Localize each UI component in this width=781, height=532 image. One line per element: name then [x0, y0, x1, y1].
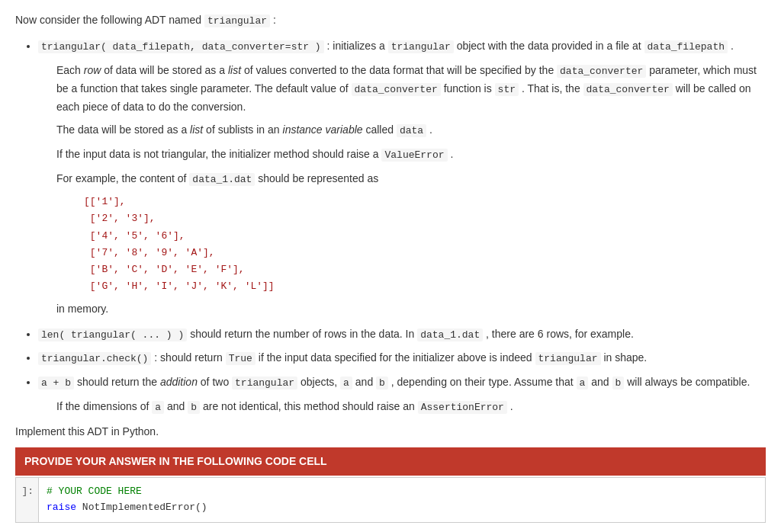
add-text2: objects, — [301, 376, 340, 388]
em-list-2: list — [190, 123, 203, 136]
not-implemented-error: NotImplementedError() — [82, 502, 207, 513]
code-data-1-dat: data_1.dat — [189, 173, 255, 186]
check-signature: triangular.check() — [38, 352, 151, 365]
raise-keyword: raise — [47, 502, 76, 513]
secondary-bullet-list: len( triangular( ... ) ) should return t… — [38, 326, 766, 391]
code-data-converter-1: data_converter — [557, 65, 646, 78]
in-memory-text: in memory. — [56, 301, 766, 317]
cell-number-text: ]: — [21, 484, 34, 499]
code-value-error: ValueError — [381, 149, 447, 162]
answer-banner: PROVIDE YOUR ANSWER IN THE FOLLOWING COD… — [15, 447, 766, 476]
init-signature: triangular( data_filepath, data_converte… — [38, 40, 327, 52]
code-cell[interactable]: ]: # YOUR CODE HERE raise NotImplemented… — [15, 477, 766, 523]
cell-code-line: raise NotImplementedError() — [47, 500, 757, 516]
len-text: should return the number of rows in the … — [190, 328, 417, 340]
para-a: a — [152, 401, 164, 414]
add-text3: and — [355, 376, 376, 388]
code-data-converter-3: data_converter — [583, 83, 673, 96]
add-mono2: a — [340, 377, 352, 389]
implement-paragraph: Implement this ADT in Python. — [15, 424, 766, 440]
add-mono5: b — [612, 377, 625, 389]
code-str: str — [495, 83, 519, 96]
intro-paragraph: Now consider the following ADT named tri… — [15, 12, 766, 29]
em-instance-var: instance variable — [283, 123, 363, 136]
add-sig-a: a + b — [38, 377, 74, 389]
check-text: : should return — [154, 351, 225, 364]
implement-text: Implement this ADT in Python. — [15, 425, 159, 437]
init-text-middle: object with the data provided in a file … — [457, 40, 644, 52]
cell-comment-text: # YOUR CODE HERE — [47, 486, 142, 497]
adt-name-inline: triangular — [204, 14, 270, 27]
check-adt-ref: triangular — [535, 352, 601, 365]
intro-text: Now consider the following ADT named — [15, 14, 204, 26]
em-addition: addition — [160, 376, 198, 388]
banner-label: PROVIDE YOUR ANSWER IN THE FOLLOWING COD… — [24, 455, 327, 467]
em-list-1: list — [228, 64, 241, 76]
add-mono1: triangular — [232, 377, 297, 389]
add-text: should return the addition of two — [77, 376, 232, 388]
code-line-6: ['G', 'H', 'I', 'J', 'K', 'L']] — [84, 278, 766, 295]
len-text2: , there are 6 rows, for example. — [486, 328, 634, 340]
para-b: b — [188, 401, 200, 414]
bullet-add: a + b should return the addition of two … — [38, 374, 766, 391]
check-text3: in shape. — [603, 351, 647, 364]
init-period: . — [731, 40, 734, 52]
para-example-intro: For example, the content of data_1.dat s… — [56, 170, 766, 188]
add-mono3: b — [376, 377, 388, 389]
para-assertion-error: AssertionError — [418, 401, 507, 414]
code-line-5: ['B', 'C', 'D', 'E', 'F'], — [84, 261, 766, 278]
cell-comment-line: # YOUR CODE HERE — [47, 484, 757, 500]
code-line-3: ['4', '5', '6'], — [84, 228, 766, 245]
para-assertion-error: If the dimensions of a and b are not ide… — [56, 398, 766, 416]
bullet-check: triangular.check() : should return True … — [38, 350, 766, 367]
init-text-before: : initializes a — [327, 40, 388, 52]
bullet-len: len( triangular( ... ) ) should return t… — [38, 326, 766, 343]
code-example-block: [['1'], ['2', '3'], ['4', '5', '6'], ['7… — [84, 194, 766, 295]
bullet-init: triangular( data_filepath, data_converte… — [38, 38, 766, 55]
init-adt-ref: triangular — [388, 40, 454, 53]
add-mono4: a — [577, 377, 589, 389]
main-bullet-list: triangular( data_filepath, data_converte… — [38, 38, 766, 55]
len-file-ref: data_1.dat — [417, 328, 483, 341]
add-text6: will always be compatible. — [627, 376, 750, 388]
intro-colon: : — [273, 14, 276, 26]
check-true: True — [226, 352, 256, 365]
init-sig-code: triangular( data_filepath, data_converte… — [38, 40, 324, 53]
para-list-sublists: The data will be stored as a list of sub… — [56, 121, 766, 139]
code-line-1: [['1'], — [84, 194, 766, 210]
code-line-4: ['7', '8', '9', 'A'], — [84, 245, 766, 261]
check-text2: if the input data specified for the init… — [259, 351, 535, 364]
cell-code-content[interactable]: # YOUR CODE HERE raise NotImplementedErr… — [39, 478, 765, 522]
para-value-error: If the input data is not triangular, the… — [56, 146, 766, 164]
code-line-2: ['2', '3'], — [84, 210, 766, 227]
em-row: row — [84, 64, 101, 76]
code-data-var: data — [397, 124, 426, 137]
len-signature: len( triangular( ... ) ) — [38, 328, 187, 341]
add-text5: and — [591, 376, 612, 388]
cell-number: ]: — [16, 478, 39, 522]
add-text4: , depending on their type. Assume that — [391, 376, 577, 388]
init-param: data_filepath — [644, 40, 728, 53]
para-data-stored: Each row of data will be stored as a lis… — [56, 62, 766, 115]
code-data-converter-2: data_converter — [352, 83, 441, 96]
